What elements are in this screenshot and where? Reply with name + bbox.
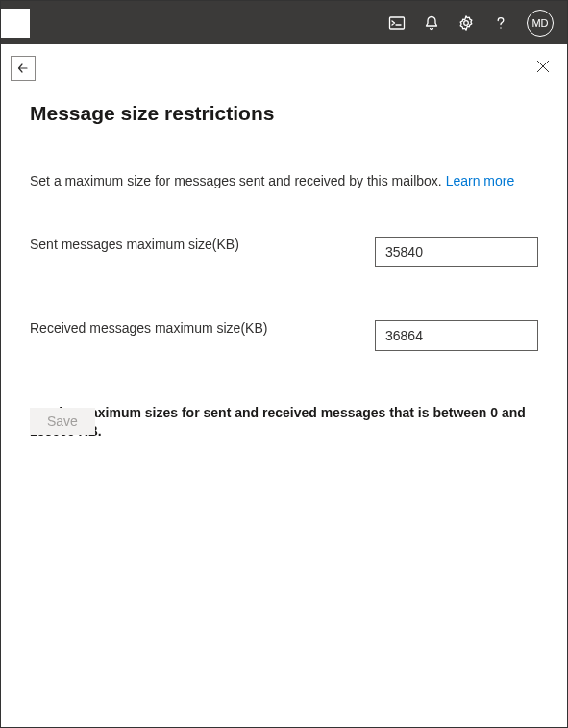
intro-text: Set a maximum size for messages sent and… — [30, 173, 538, 188]
sent-size-input[interactable] — [375, 237, 538, 267]
constraint-text: Set the maximum sizes for sent and recei… — [30, 404, 538, 440]
svg-rect-0 — [390, 17, 405, 29]
topbar-actions: MD — [388, 10, 567, 37]
svg-point-1 — [464, 20, 469, 25]
intro-text-body: Set a maximum size for messages sent and… — [30, 173, 446, 188]
learn-more-link[interactable]: Learn more — [446, 173, 515, 188]
topbar: MD — [1, 1, 567, 44]
avatar-initials: MD — [531, 17, 548, 29]
settings-icon[interactable] — [457, 14, 475, 32]
sent-size-label: Sent messages maximum size(KB) — [30, 237, 375, 252]
received-size-row: Received messages maximum size(KB) — [30, 320, 538, 351]
received-size-input[interactable] — [375, 320, 538, 351]
svg-point-2 — [500, 27, 501, 28]
notifications-icon[interactable] — [423, 14, 440, 32]
back-button[interactable] — [11, 56, 36, 81]
help-icon[interactable] — [492, 14, 509, 32]
sent-size-row: Sent messages maximum size(KB) — [30, 237, 538, 267]
save-button[interactable]: Save — [30, 408, 95, 435]
settings-panel: Message size restrictions Set a maximum … — [1, 44, 567, 460]
shell-icon[interactable] — [388, 14, 406, 32]
app-waffle-placeholder — [1, 9, 30, 38]
close-button[interactable] — [536, 60, 550, 77]
received-size-label: Received messages maximum size(KB) — [30, 320, 375, 336]
panel-footer: Save — [30, 408, 95, 435]
panel-content: Message size restrictions Set a maximum … — [1, 44, 567, 460]
page-title: Message size restrictions — [30, 102, 538, 125]
user-avatar[interactable]: MD — [527, 10, 554, 37]
